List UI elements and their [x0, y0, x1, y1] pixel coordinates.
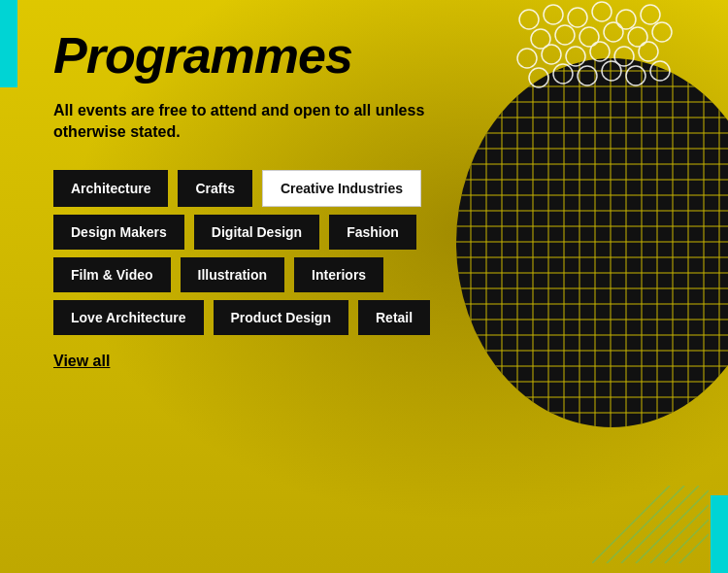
tag-fashion[interactable]: Fashion — [329, 215, 416, 250]
tags-row-3: Film & Video Illustration Interiors — [53, 257, 689, 292]
tag-product-design[interactable]: Product Design — [214, 300, 348, 335]
tags-row-2: Design Makers Digital Design Fashion — [53, 215, 689, 250]
tag-architecture[interactable]: Architecture — [53, 170, 168, 207]
tag-illustration[interactable]: Illustration — [181, 257, 285, 292]
tag-interiors[interactable]: Interiors — [294, 257, 383, 292]
view-all-button[interactable]: View all — [53, 353, 110, 370]
tag-design-makers[interactable]: Design Makers — [53, 215, 184, 250]
page-subtitle: All events are free to attend and open t… — [53, 100, 461, 144]
tag-crafts[interactable]: Crafts — [178, 170, 251, 207]
tag-retail[interactable]: Retail — [358, 300, 430, 335]
tag-creative-industries[interactable]: Creative Industries — [262, 170, 421, 207]
tag-digital-design[interactable]: Digital Design — [194, 215, 319, 250]
tags-row-1: Architecture Crafts Creative Industries — [53, 170, 689, 207]
tags-grid: Architecture Crafts Creative Industries … — [53, 170, 689, 335]
main-content: Programmes All events are free to attend… — [0, 0, 728, 573]
tag-love-architecture[interactable]: Love Architecture — [53, 300, 204, 335]
page-title: Programmes — [53, 29, 689, 83]
cyan-bar-bottom-right — [711, 495, 728, 573]
cyan-bar-top — [0, 0, 17, 87]
tags-row-4: Love Architecture Product Design Retail — [53, 300, 689, 335]
tag-film-video[interactable]: Film & Video — [53, 257, 171, 292]
page-wrapper: Programmes All events are free to attend… — [0, 0, 728, 573]
